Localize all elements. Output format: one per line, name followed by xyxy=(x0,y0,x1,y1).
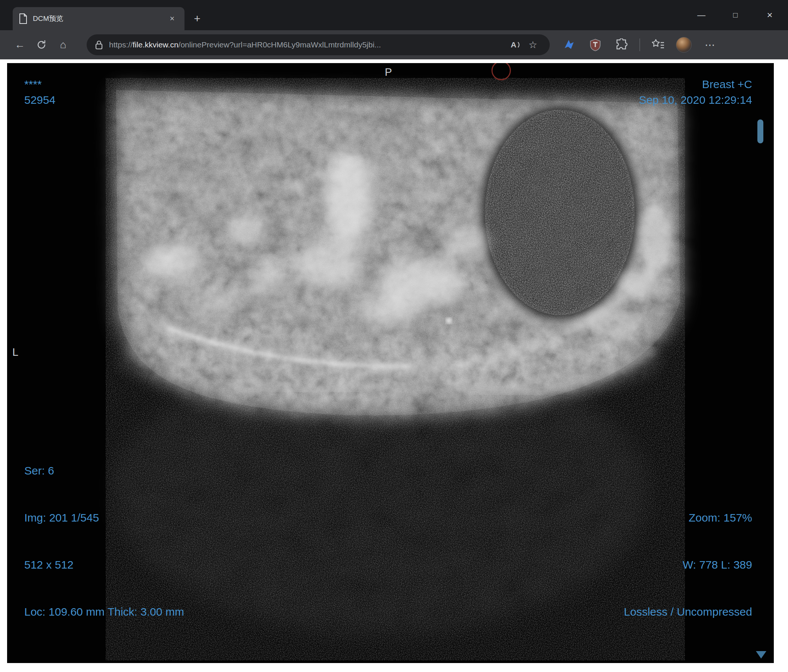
settings-more-icon[interactable]: ⋯ xyxy=(701,36,718,53)
refresh-button[interactable] xyxy=(31,34,52,55)
extensions-puzzle-icon[interactable] xyxy=(613,36,630,53)
shield-extension-icon[interactable] xyxy=(587,36,604,53)
patient-name-masked: **** xyxy=(24,76,55,92)
tab-close-icon[interactable]: × xyxy=(166,12,178,25)
back-button[interactable]: ← xyxy=(9,34,31,55)
browser-titlebar: DCM预览 × + — □ × xyxy=(0,0,788,30)
toolbar-divider xyxy=(639,38,640,51)
slice-scroll-down-arrow-icon[interactable] xyxy=(756,651,766,659)
browser-toolbar: ← ⌂ https://file.kkview.cn/onlinePreview… xyxy=(0,30,788,59)
browser-tab[interactable]: DCM预览 × xyxy=(13,7,184,30)
overlay-bottom-left: Ser: 6 Img: 201 1/545 512 x 512 Loc: 109… xyxy=(24,431,184,651)
image-matrix: 512 x 512 xyxy=(24,557,184,573)
url-text[interactable]: https://file.kkview.cn/onlinePreview?url… xyxy=(109,40,507,49)
window-close-button[interactable]: × xyxy=(757,0,783,30)
favorite-star-icon[interactable]: ☆ xyxy=(524,36,542,53)
zoom-level: Zoom: 157% xyxy=(624,510,752,526)
new-tab-button[interactable]: + xyxy=(187,8,208,29)
compression-info: Lossless / Uncompressed xyxy=(624,604,752,620)
image-number: Img: 201 1/545 xyxy=(24,510,184,526)
favorites-bar-icon[interactable] xyxy=(650,36,666,53)
dicom-viewer-canvas[interactable]: ****52954 Breast +CSep 10, 2020 12:29:14… xyxy=(7,63,774,663)
profile-avatar[interactable] xyxy=(676,37,692,52)
orientation-marker-left: L xyxy=(12,346,18,358)
home-button[interactable]: ⌂ xyxy=(52,34,74,55)
page-content: ****52954 Breast +CSep 10, 2020 12:29:14… xyxy=(0,59,788,672)
overlay-bottom-right: Zoom: 157% W: 778 L: 389 Lossless / Unco… xyxy=(624,479,752,651)
lock-icon[interactable] xyxy=(95,40,103,50)
orientation-marker-posterior: P xyxy=(384,66,392,78)
url-scheme: https:// xyxy=(109,40,133,49)
study-datetime: Sep 10, 2020 12:29:14 xyxy=(639,92,752,108)
window-minimize-button[interactable]: — xyxy=(688,0,715,30)
page-favicon-icon xyxy=(19,13,28,24)
blue-extension-icon[interactable] xyxy=(561,36,577,53)
overlay-top-left: ****52954 xyxy=(24,76,55,108)
toolbar-extensions-area: ⋯ xyxy=(561,36,779,53)
window-level: W: 778 L: 389 xyxy=(624,557,752,573)
address-bar[interactable]: https://file.kkview.cn/onlinePreview?url… xyxy=(87,34,550,55)
read-aloud-icon[interactable]: A xyxy=(507,36,524,53)
url-domain: file.kkview.cn xyxy=(133,40,178,49)
window-maximize-button[interactable]: □ xyxy=(722,0,748,30)
study-description: Breast +C xyxy=(639,76,752,92)
series-number: Ser: 6 xyxy=(24,463,184,479)
patient-id: 52954 xyxy=(24,92,55,108)
slice-scrollbar-thumb[interactable] xyxy=(757,119,763,143)
tab-title: DCM预览 xyxy=(33,14,166,24)
overlay-top-right: Breast +CSep 10, 2020 12:29:14 xyxy=(639,76,752,108)
url-path: /onlinePreview?url=aHR0cHM6Ly9maWxlLmtrd… xyxy=(178,40,381,49)
slice-location: Loc: 109.60 mm Thick: 3.00 mm xyxy=(24,604,184,620)
